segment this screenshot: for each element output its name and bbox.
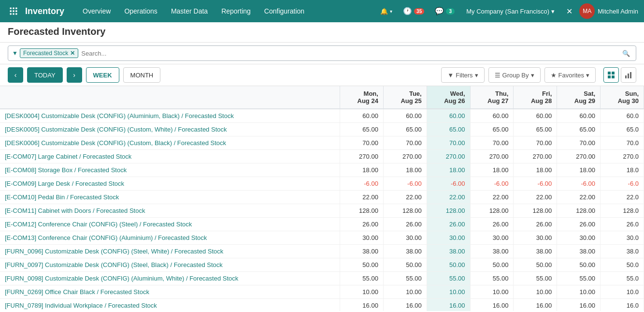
search-tag-close-button[interactable]: ✕ — [70, 50, 75, 57]
table-row: [FURN_0098] Customizable Desk (CONFIG) (… — [0, 272, 644, 285]
company-selector[interactable]: My Company (San Francisco) ▾ — [461, 8, 559, 15]
row-value-cell: 65.00 — [427, 123, 470, 136]
row-value-cell: 50.00 — [427, 258, 470, 272]
row-value-cell: 22.00 — [340, 191, 384, 204]
row-product-name[interactable]: [FURN_0097] Customizable Desk (CONFIG) (… — [0, 258, 340, 272]
row-value-cell: 26.00 — [557, 218, 601, 231]
row-value-cell: 60.00 — [557, 109, 601, 123]
search-bar[interactable]: ▼ Forecasted Stock ✕ 🔍 — [8, 45, 636, 61]
row-value-cell: 16.0 — [601, 299, 644, 312]
row-product-name[interactable]: [E-COM12] Conference Chair (CONFIG) (Ste… — [0, 218, 340, 231]
svg-rect-6 — [10, 13, 12, 15]
messages-button[interactable]: 💬 3 — [431, 5, 458, 17]
top-navigation: Inventory Overview Operations Master Dat… — [0, 0, 644, 22]
company-name: My Company (San Francisco) — [466, 8, 549, 15]
row-product-name[interactable]: [FURN_0789] Individual Workplace / Forec… — [0, 299, 340, 312]
prev-period-button[interactable]: ‹ — [8, 67, 23, 83]
row-value-cell: 128.0 — [601, 204, 644, 218]
svg-rect-8 — [15, 13, 17, 15]
row-value-cell: 16.00 — [514, 299, 557, 312]
row-value-cell: 30.00 — [470, 231, 514, 245]
row-value-cell: 65.0 — [601, 123, 644, 136]
week-period-button[interactable]: WEEK — [86, 67, 119, 83]
row-value-cell: 65.00 — [557, 123, 601, 136]
messages-count-badge: 3 — [446, 8, 455, 15]
menu-reporting[interactable]: Reporting — [215, 0, 258, 22]
row-value-cell: 70.00 — [514, 136, 557, 150]
row-value-cell: 70.00 — [470, 136, 514, 150]
svg-rect-11 — [608, 75, 611, 78]
chart-view-button[interactable] — [621, 67, 636, 83]
subheader: Forecasted Inventory — [0, 22, 644, 43]
row-value-cell: 22.00 — [427, 191, 470, 204]
row-value-cell: 26.00 — [340, 218, 384, 231]
row-product-name[interactable]: [E-COM07] Large Cabinet / Forecasted Sto… — [0, 150, 340, 163]
grid-view-button[interactable] — [603, 67, 619, 83]
col-header-tue-aug25: Tue,Aug 25 — [383, 86, 427, 109]
row-product-name[interactable]: [FURN_0096] Customizable Desk (CONFIG) (… — [0, 245, 340, 258]
search-icon[interactable]: 🔍 — [620, 50, 632, 57]
groupby-button[interactable]: ☰ Group By ▾ — [488, 67, 541, 83]
avatar-label: MA — [583, 8, 591, 15]
close-button[interactable]: ✕ — [562, 5, 576, 18]
row-product-name[interactable]: [E-COM13] Conference Chair (CONFIG) (Alu… — [0, 231, 340, 245]
svg-rect-10 — [612, 72, 615, 74]
search-input[interactable] — [78, 50, 620, 57]
row-product-name[interactable]: [FURN_0269] Office Chair Black / Forecas… — [0, 285, 340, 299]
svg-rect-15 — [630, 72, 631, 78]
search-tag-forecasted-stock[interactable]: Forecasted Stock ✕ — [20, 48, 78, 58]
row-value-cell: 38.0 — [601, 245, 644, 258]
col-header-thu-aug27: Thu,Aug 27 — [470, 86, 514, 109]
menu-master-data[interactable]: Master Data — [164, 0, 215, 22]
table-row: [DESK0004] Customizable Desk (CONFIG) (A… — [0, 109, 644, 123]
row-product-name[interactable]: [E-COM11] Cabinet with Doors / Forecaste… — [0, 204, 340, 218]
row-value-cell: 38.00 — [383, 245, 427, 258]
row-value-cell: 65.00 — [514, 123, 557, 136]
activity-button[interactable]: 🕐 35 — [399, 5, 428, 17]
row-product-name[interactable]: [DESK0006] Customizable Desk (CONFIG) (C… — [0, 136, 340, 150]
filters-dropdown-icon: ▾ — [475, 72, 478, 79]
table-row: [E-COM12] Conference Chair (CONFIG) (Ste… — [0, 218, 644, 231]
row-product-name[interactable]: [E-COM09] Large Desk / Forecasted Stock — [0, 177, 340, 191]
table-row: [DESK0006] Customizable Desk (CONFIG) (C… — [0, 136, 644, 150]
row-value-cell: 55.00 — [514, 272, 557, 285]
filters-button[interactable]: ▼ Filters ▾ — [441, 67, 484, 83]
search-row: ▼ Forecasted Stock ✕ 🔍 — [0, 43, 644, 64]
apps-grid-icon[interactable] — [6, 3, 21, 19]
filters-label: Filters — [456, 72, 472, 79]
menu-configuration[interactable]: Configuration — [258, 0, 311, 22]
svg-rect-4 — [13, 10, 14, 12]
table-row: [E-COM11] Cabinet with Doors / Forecaste… — [0, 204, 644, 218]
company-dropdown-icon: ▾ — [551, 8, 555, 15]
row-product-name[interactable]: [E-COM10] Pedal Bin / Forecasted Stock — [0, 191, 340, 204]
row-product-name[interactable]: [E-COM08] Storage Box / Forecasted Stock — [0, 163, 340, 177]
menu-operations[interactable]: Operations — [117, 0, 164, 22]
row-value-cell: 65.00 — [383, 123, 427, 136]
row-value-cell: 60.00 — [383, 109, 427, 123]
notifications-bell-button[interactable]: 🔔 ▾ — [376, 6, 396, 17]
row-value-cell: 60.00 — [514, 109, 557, 123]
row-product-name[interactable]: [FURN_0098] Customizable Desk (CONFIG) (… — [0, 272, 340, 285]
menu-overview[interactable]: Overview — [76, 0, 117, 22]
row-value-cell: 38.00 — [340, 245, 384, 258]
row-value-cell: 270.0 — [601, 150, 644, 163]
table-header: Mon,Aug 24 Tue,Aug 25 Wed,Aug 26 Thu,Aug… — [0, 86, 644, 109]
next-period-button[interactable]: › — [67, 67, 82, 83]
row-product-name[interactable]: [DESK0005] Customizable Desk (CONFIG) (C… — [0, 123, 340, 136]
row-value-cell: 22.00 — [383, 191, 427, 204]
today-button[interactable]: TODAY — [27, 67, 63, 83]
favorites-button[interactable]: ★ Favorites ▾ — [544, 67, 596, 83]
view-toggle — [603, 67, 636, 83]
row-product-name[interactable]: [DESK0004] Customizable Desk (CONFIG) (A… — [0, 109, 340, 123]
activity-count-badge: 35 — [414, 8, 424, 15]
groupby-label: Group By — [502, 72, 529, 79]
avatar[interactable]: MA — [579, 3, 595, 19]
row-value-cell: -6.00 — [514, 177, 557, 191]
row-value-cell: 30.0 — [601, 231, 644, 245]
topnav-right-area: 🔔 ▾ 🕐 35 💬 3 My Company (San Francisco) … — [376, 3, 638, 19]
month-period-button[interactable]: MONTH — [123, 67, 161, 83]
col-header-wed-aug26: Wed,Aug 26 — [427, 86, 470, 109]
row-value-cell: 60.00 — [470, 109, 514, 123]
row-value-cell: 16.00 — [427, 299, 470, 312]
row-value-cell: 18.00 — [427, 163, 470, 177]
